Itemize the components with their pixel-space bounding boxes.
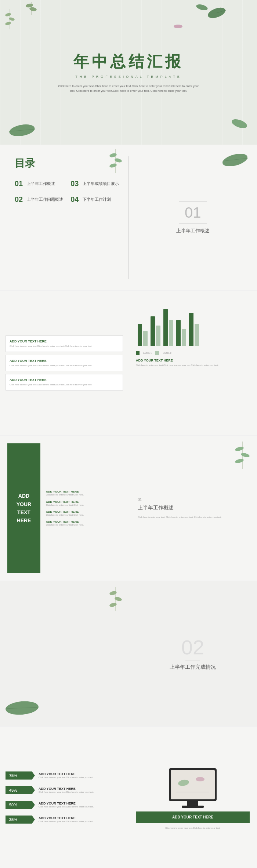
arrow-1-text: ADD YOUR TEXT HERE Click here to enter y… — [39, 772, 94, 779]
item-4-title: ADD YOUR TEXT HERE — [46, 520, 121, 523]
slide-title: 年中总结汇报 THE PROFESSIONAL TEMPLATE Click h… — [0, 0, 257, 145]
arrow-2: 45% ADD YOUR TEXT HERE Click here to ent… — [6, 786, 123, 794]
bar-1b — [143, 331, 148, 346]
svg-point-7 — [5, 12, 11, 17]
section-02-right: 02 上半年工作完成情况 — [128, 581, 257, 726]
toc-grid: 01 上半年工作概述 03 上半年成绩项目展示 02 上半年工作问题概述 04 … — [15, 179, 119, 208]
arrow-4-title: ADD YOUR TEXT HERE — [39, 816, 94, 820]
arrow-2-title: ADD YOUR TEXT HERE — [39, 787, 94, 791]
item-3: ADD YOUR TEXT HERE Click here to enter y… — [46, 510, 121, 516]
leaf-toc-1 — [106, 147, 125, 174]
arrow-4: 35% ADD YOUR TEXT HERE Click here to ent… — [6, 816, 123, 824]
svg-point-27 — [109, 591, 117, 596]
arrows-list: 75% ADD YOUR TEXT HERE Click here to ent… — [6, 734, 123, 864]
leaf-s4 — [231, 440, 253, 471]
toc-num-2: 02 — [15, 195, 24, 204]
item-2-body: Click here to enter your text.Click here… — [46, 504, 121, 506]
section-02-title: 上半年工作完成情况 — [170, 664, 216, 671]
svg-point-23 — [235, 458, 244, 464]
green-text-box: ADDYOURTEXTHERE — [7, 443, 40, 573]
main-subtitle: Click here to enter your text.Click here… — [55, 84, 202, 94]
section-number: 01 — [185, 205, 201, 220]
item-4-body: Click here to enter your text.Click here… — [46, 523, 121, 526]
chart-body: Click here to enter your text.Click here… — [136, 364, 250, 367]
toc-title: 目录 — [15, 156, 119, 170]
arrow-1-body: Click here to enter your text.Click here… — [39, 776, 94, 779]
item-4: ADD YOUR TEXT HERE Click here to enter y… — [46, 520, 121, 526]
card-2-body: Click here to enter your text.Click here… — [10, 364, 119, 367]
arrow-4-text: ADD YOUR TEXT HERE Click here to enter y… — [39, 816, 94, 823]
monitor-screen — [171, 770, 215, 799]
item-2-title: ADD YOUR TEXT HERE — [46, 500, 121, 504]
svg-point-13 — [174, 25, 182, 28]
cards-panel: ADD YOUR TEXT HERE Click here to enter y… — [0, 291, 128, 435]
toc-item-4: 04 下半年工作计划 — [70, 195, 119, 204]
pct-1: 75% — [9, 773, 17, 778]
section-02-left — [0, 581, 128, 726]
toc-item-1: 01 上半年工作概述 — [15, 179, 63, 188]
arrow-2-body: Click here to enter your text.Click here… — [39, 791, 94, 793]
bar-group-1 — [138, 324, 148, 346]
sec-label: 01 — [138, 498, 248, 502]
toc-num-4: 04 — [70, 195, 80, 204]
slide-section-02: 02 上半年工作完成情况 — [0, 581, 257, 726]
pct-2: 45% — [9, 788, 17, 792]
svg-point-15 — [109, 153, 117, 158]
chart-panel: LABEL 1 LABEL 2 ADD YOUR TEXT HERE Click… — [128, 291, 257, 435]
main-title: 年中总结汇报 — [55, 51, 202, 72]
section-01-preview: 01 上半年工作概述 — [129, 145, 257, 290]
arrow-shape-2: 45% — [6, 786, 35, 794]
svg-point-22 — [240, 452, 250, 458]
bar-2a — [151, 316, 155, 346]
monitor-banner-text: ADD YOUR TEXT HERE — [141, 815, 244, 819]
bar-5a — [189, 313, 193, 346]
arrow-shape-1: 75% — [6, 771, 35, 780]
svg-point-16 — [114, 158, 122, 163]
toc-item-3: 03 上半年成绩项目展示 — [70, 179, 119, 188]
toc-num-1: 01 — [15, 179, 24, 188]
toc-text-2: 上半年工作问题概述 — [27, 197, 63, 202]
svg-point-12 — [231, 117, 248, 130]
big-text-content: ADDYOURTEXTHERE — [17, 492, 31, 525]
bar-2b — [156, 326, 160, 346]
arrow-3: 50% ADD YOUR TEXT HERE Click here to ent… — [6, 801, 123, 809]
svg-point-28 — [114, 596, 122, 602]
arrow-4-body: Click here to enter your text.Click here… — [39, 820, 94, 823]
bar-1a — [138, 324, 142, 346]
arrow-3-body: Click here to enter your text.Click here… — [39, 805, 94, 808]
screen-content — [173, 772, 213, 798]
bar-chart — [136, 298, 250, 349]
items-list: ADD YOUR TEXT HERE Click here to enter y… — [46, 443, 121, 573]
section-02-number: 02 — [181, 637, 204, 658]
svg-point-9 — [5, 21, 11, 26]
item-2: ADD YOUR TEXT HERE Click here to enter y… — [46, 500, 121, 506]
bar-group-3 — [163, 309, 173, 346]
toc-text-3: 上半年成绩项目展示 — [83, 181, 119, 186]
arrows-panel: 75% ADD YOUR TEXT HERE Click here to ent… — [0, 727, 128, 868]
card-3-body: Click here to enter your text.Click here… — [10, 383, 119, 386]
arrow-2-text: ADD YOUR TEXT HERE Click here to enter y… — [39, 787, 94, 793]
card-list: ADD YOUR TEXT HERE Click here to enter y… — [6, 300, 123, 426]
legend-label-1: LABEL 1 — [143, 352, 152, 355]
bar-3b — [169, 320, 173, 346]
arrow-3-title: ADD YOUR TEXT HERE — [39, 802, 94, 805]
svg-point-18 — [221, 151, 249, 168]
sec-title: 上半年工作概述 — [138, 505, 248, 511]
card-1: ADD YOUR TEXT HERE Click here to enter y… — [6, 335, 123, 352]
leaf-05a — [4, 699, 40, 719]
svg-point-32 — [196, 777, 204, 781]
monitor-base-stand — [182, 806, 204, 808]
legend-2 — [155, 351, 159, 355]
arrow-1: 75% ADD YOUR TEXT HERE Click here to ent… — [6, 771, 123, 780]
deco-leaf-5 — [7, 121, 37, 141]
section-num-display: 01 — [179, 201, 207, 224]
svg-point-21 — [235, 446, 244, 452]
bar-5b — [195, 324, 199, 346]
chart-legend: LABEL 1 LABEL 2 — [136, 351, 250, 355]
monitor-container — [169, 768, 217, 808]
big-text-panel: ADDYOURTEXTHERE ADD YOUR TEXT HERE Click… — [0, 436, 128, 581]
arrow-1-title: ADD YOUR TEXT HERE — [39, 772, 94, 776]
monitor-frame — [169, 768, 217, 801]
svg-point-4 — [25, 3, 33, 8]
chart-title: ADD YOUR TEXT HERE — [136, 359, 250, 362]
